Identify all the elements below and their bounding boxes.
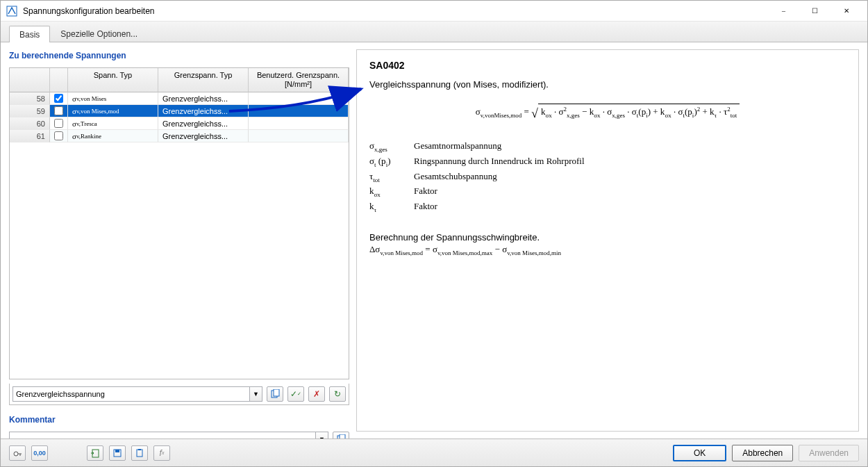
col-user-grenz: Benutzerd. Grenzspann. [N/mm²] bbox=[249, 68, 349, 92]
user-grenz-cell[interactable] bbox=[249, 92, 349, 105]
svg-rect-10 bbox=[138, 449, 141, 450]
ok-button[interactable]: OK bbox=[673, 445, 726, 461]
table-row[interactable]: 61σv,RankineGrenzvergleichss... bbox=[10, 130, 349, 142]
row-checkbox-cell[interactable] bbox=[50, 105, 68, 117]
function-icon[interactable]: fx bbox=[153, 445, 170, 461]
titlebar: Spannungskonfiguration bearbeiten – ☐ ✕ bbox=[1, 1, 867, 22]
footer: 0,00 fx OK Abbrechen Anwenden bbox=[1, 439, 867, 466]
chevron-down-icon[interactable]: ▼ bbox=[249, 387, 262, 401]
maximize-button[interactable]: ☐ bbox=[799, 1, 831, 21]
app-icon bbox=[6, 6, 17, 17]
details-description: Vergleichsspannung (von Mises, modifizie… bbox=[369, 79, 846, 90]
precision-icon[interactable]: 0,00 bbox=[31, 445, 48, 461]
arrow-file-icon[interactable] bbox=[87, 445, 103, 461]
row-checkbox[interactable] bbox=[54, 106, 63, 115]
row-number: 60 bbox=[10, 117, 50, 130]
table-row[interactable]: 59σv,von Mises,modGrenzvergleichss... bbox=[10, 105, 349, 117]
comment-section-title: Kommentar bbox=[9, 413, 349, 427]
details-code: SA0402 bbox=[369, 60, 846, 71]
user-grenz-cell[interactable] bbox=[249, 130, 349, 142]
tab-basis[interactable]: Basis bbox=[9, 26, 50, 42]
stresses-section-title: Zu berechnende Spannungen bbox=[9, 49, 349, 63]
spann-typ-cell[interactable]: σv,von Mises bbox=[68, 92, 158, 105]
table-row[interactable]: 58σv,von MisesGrenzvergleichss... bbox=[10, 92, 349, 105]
details-panel: SA0402 Vergleichsspannung (von Mises, mo… bbox=[356, 49, 859, 432]
row-checkbox-cell[interactable] bbox=[50, 117, 68, 130]
legend: σx,gesGesamtnormalspannung σt (pi)Ringsp… bbox=[369, 140, 846, 213]
stresses-grid: Spann. Typ Grenzspann. Typ Benutzerd. Gr… bbox=[9, 67, 349, 379]
calculation-note: Berechnung der Spannungsschwingbreite. Δ… bbox=[369, 232, 846, 256]
grenz-typ-cell[interactable]: Grenzvergleichss... bbox=[158, 117, 249, 130]
formula: σv,vonMises,mod = √kσx · σ2x,ges − kσx ·… bbox=[369, 104, 846, 121]
tab-special-options[interactable]: Spezielle Optionen... bbox=[50, 25, 148, 42]
grenz-typ-cell[interactable]: Grenzvergleichss... bbox=[158, 92, 249, 105]
save-icon[interactable] bbox=[109, 445, 126, 461]
grenz-typ-cell[interactable]: Grenzvergleichss... bbox=[158, 105, 249, 117]
row-number: 61 bbox=[10, 130, 50, 142]
uncheck-all-icon[interactable]: ✗ bbox=[308, 386, 325, 402]
table-row[interactable]: 60σv,TrescaGrenzvergleichss... bbox=[10, 117, 349, 130]
row-checkbox-cell[interactable] bbox=[50, 130, 68, 142]
grenz-typ-cell[interactable]: Grenzvergleichss... bbox=[158, 130, 249, 142]
cancel-button[interactable]: Abbrechen bbox=[732, 445, 793, 461]
col-spann-typ: Spann. Typ bbox=[68, 68, 158, 92]
user-grenz-cell[interactable] bbox=[249, 117, 349, 130]
refresh-icon[interactable]: ↻ bbox=[329, 386, 346, 402]
key-icon[interactable] bbox=[9, 445, 26, 461]
grenz-combo-input[interactable] bbox=[13, 390, 249, 398]
row-number: 59 bbox=[10, 105, 50, 117]
spann-typ-cell[interactable]: σv,Rankine bbox=[68, 130, 158, 142]
spann-typ-cell[interactable]: σv,von Mises,mod bbox=[68, 105, 158, 117]
copy-icon[interactable] bbox=[267, 386, 283, 402]
user-grenz-cell[interactable] bbox=[249, 105, 349, 117]
check-all-icon[interactable]: ✓✓ bbox=[287, 386, 304, 402]
tab-bar: Basis Spezielle Optionen... bbox=[1, 22, 867, 42]
svg-rect-2 bbox=[274, 389, 279, 396]
clipboard-icon[interactable] bbox=[131, 445, 148, 461]
window-title: Spannungskonfiguration bearbeiten bbox=[23, 6, 768, 16]
close-button[interactable]: ✕ bbox=[831, 1, 862, 21]
grid-toolbar: ▼ ✓✓ ✗ ↻ bbox=[9, 384, 349, 405]
row-number: 58 bbox=[10, 92, 50, 105]
row-checkbox[interactable] bbox=[54, 131, 63, 140]
grid-header: Spann. Typ Grenzspann. Typ Benutzerd. Gr… bbox=[10, 68, 349, 92]
row-checkbox[interactable] bbox=[54, 119, 63, 128]
svg-rect-9 bbox=[137, 450, 142, 457]
grenz-combo[interactable]: ▼ bbox=[12, 386, 262, 402]
row-checkbox[interactable] bbox=[54, 94, 63, 103]
apply-button: Anwenden bbox=[799, 445, 859, 461]
minimize-button[interactable]: – bbox=[768, 1, 799, 21]
col-grenz-typ: Grenzspann. Typ bbox=[158, 68, 249, 92]
svg-point-5 bbox=[14, 452, 18, 456]
svg-rect-8 bbox=[115, 450, 119, 452]
row-checkbox-cell[interactable] bbox=[50, 92, 68, 105]
spann-typ-cell[interactable]: σv,Tresca bbox=[68, 117, 158, 130]
